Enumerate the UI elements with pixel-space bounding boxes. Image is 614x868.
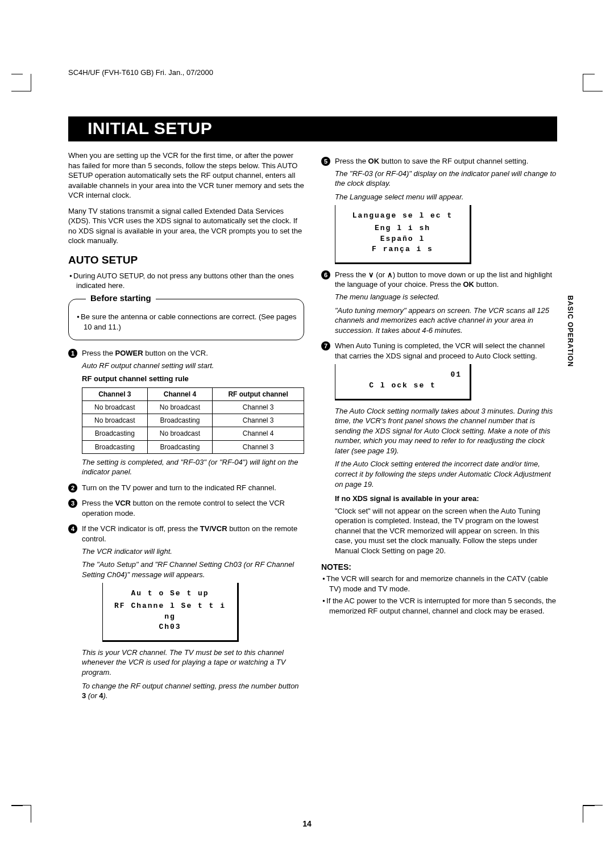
step-4-note1: The VCR indicator will light. [82,546,304,557]
step-4-note4: To change the RF output channel setting,… [82,681,304,701]
step-5-text-c: button to save the RF output channel set… [379,157,528,165]
no-xds-body: "Clock set" will not appear on the scree… [335,506,557,556]
step-6-text-d: button. [474,280,499,289]
step-6-note2: "Auto tuning memory" appears on screen. … [335,306,557,336]
step-5-note1: The "RF-03 (or RF-04)" display on the in… [335,169,557,189]
step-4: 4 If the VCR indicator is off, press the… [68,524,304,544]
osd-option-espanol: Españo l [343,234,462,244]
before-starting-title: Before starting [86,293,156,303]
table-row: No broadcast Broadcasting Channel 3 [82,414,304,427]
osd-option-english: Eng l i sh [343,223,462,233]
table-row: No broadcast No broadcast Channel 3 [82,400,304,414]
step-5-icon: 5 [321,157,330,166]
intro-p1: When you are setting up the VCR for the … [68,151,304,201]
step-1-text-a: Press the [82,349,115,357]
step-7-icon: 7 [321,341,330,350]
step-6: 6 Press the ∨ (or ∧) button to move down… [321,270,557,290]
notes-heading: NOTES: [321,562,557,571]
step-6-text-a: Press the [335,270,368,279]
step-2: 2 Turn on the TV power and turn to the i… [68,483,304,493]
right-column: 5 Press the OK button to save the RF out… [321,151,557,701]
step-4-text-a: If the VCR indicator is off, press the [82,524,200,533]
step-6-ok: OK [463,280,474,289]
before-starting-bullet: Be sure the antenna or cable connections… [84,312,297,332]
auto-setup-heading: AUTO SETUP [68,254,304,266]
th-rf: RF output channel [213,387,304,400]
step-2-icon: 2 [68,483,77,493]
step-7-note1: The Auto Clock setting normally takes ab… [335,406,557,456]
step-5-note2: The Language select menu will appear. [335,192,557,202]
step-3-vcr: VCR [115,499,131,507]
section-tab: BASIC OPERATION [566,295,574,367]
osd-language-select: Language se l ec t Eng l i sh Españo l F… [335,205,471,264]
step-1-power: POWER [115,349,143,357]
th-ch3: Channel 3 [82,387,148,400]
osd-clock-value: 01 [450,370,462,380]
step-5-ok: OK [368,157,380,165]
osd-clock-set: 00 01 C l ock se t [335,364,471,400]
osd-line: Au t o Se t up [111,589,229,599]
step-7: 7 When Auto Tuning is completed, the VCR… [321,341,557,361]
crop-mark-icon [583,74,603,91]
step-5-text-a: Press the [335,157,368,165]
page-title: INITIAL SETUP [68,116,557,141]
chevron-up-icon: ∧ [387,270,393,279]
th-ch4: Channel 4 [147,387,213,400]
step-2-text: Turn on the TV power and turn to the ind… [82,483,276,493]
step-1-text-c: button on the VCR. [143,349,208,357]
step-3-icon: 3 [68,499,77,508]
auto-setup-bullet: During AUTO SETUP, do not press any butt… [76,271,304,291]
step-6-note1: The menu language is selected. [335,292,557,302]
table-row: Channel 3 Channel 4 RF output channel [82,387,304,400]
step-1-note2: The setting is completed, and "RF-03" (o… [82,457,304,477]
osd-line: RF Channe l Se t t i ng [111,601,229,621]
step-7-text: When Auto Tuning is completed, the VCR w… [335,341,557,361]
crop-mark-icon [11,74,31,91]
before-starting-box: Before starting Be sure the antenna or c… [68,299,304,340]
osd-clock-label: C l ock se t [343,381,462,391]
notes-item-1: The VCR will search for and memorize cha… [329,574,557,594]
chevron-down-icon: ∨ [368,270,374,279]
step-4-icon: 4 [68,524,77,533]
osd-option-francais: F rança i s [343,244,462,254]
osd-title: Language se l ec t [343,211,462,221]
table-row: Broadcasting No broadcast Channel 4 [82,427,304,440]
step-5: 5 Press the OK button to save the RF out… [321,156,557,166]
step-3: 3 Press the VCR button on the remote con… [68,498,304,518]
osd-auto-setup: Au t o Se t up RF Channe l Se t t i ng C… [102,583,239,642]
doc-header: SC4H/UF (FVH-T610 GB) Fri. Jan., 07/2000 [68,68,557,77]
manual-page: SC4H/UF (FVH-T610 GB) Fri. Jan., 07/2000… [0,0,614,868]
no-xds-heading: If no XDS signal is available in your ar… [335,494,557,504]
intro-p2: Many TV stations transmit a signal calle… [68,206,304,246]
step-1: 1 Press the POWER button on the VCR. [68,348,304,358]
step-3-text-a: Press the [82,499,115,507]
step-1-note: Auto RF output channel setting will star… [82,361,304,371]
step-4-tvvcr: TV/VCR [200,524,227,533]
content-columns: When you are setting up the VCR for the … [68,151,557,701]
step-6-mid: (or [374,270,387,279]
page-number: 14 [0,819,614,828]
step-7-note2: If the Auto Clock setting entered the in… [335,459,557,489]
left-column: When you are setting up the VCR for the … [68,151,304,701]
notes-item-2: If the AC power to the VCR is interrupte… [329,596,557,616]
step-4-note2: The "Auto Setup" and "RF Channel Setting… [82,560,304,579]
rf-rule-title: RF output channel setting rule [82,374,304,384]
table-row: Broadcasting Broadcasting Channel 3 [82,440,304,453]
osd-line: Ch03 [111,622,229,632]
step-1-icon: 1 [68,349,77,358]
step-6-icon: 6 [321,270,330,279]
step-4-note3: This is your VCR channel. The TV must be… [82,648,304,678]
rf-output-table: Channel 3 Channel 4 RF output channel No… [82,387,304,454]
